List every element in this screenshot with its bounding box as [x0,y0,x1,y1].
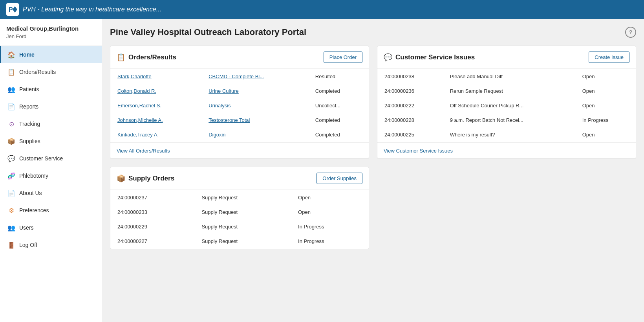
view-all-orders-link[interactable]: View All Orders/Results [117,148,170,154]
supply-desc-cell: Supply Request [195,205,291,219]
supply-id-cell: 24:00000229 [111,220,194,234]
test-cell[interactable]: Digoxin [202,128,308,142]
sidebar-item-phlebotomy[interactable]: 🧬 Phlebotomy [0,167,102,184]
status-cell: Completed [309,128,368,142]
header-title: PVH - Leading the way in healthcare exce… [23,6,161,13]
home-icon: 🏠 [7,51,15,59]
supply-status-cell: In Progress [292,234,368,248]
test-cell[interactable]: Urinalysis [202,99,308,112]
sidebar-label-preferences: Preferences [19,207,49,213]
sidebar-item-preferences[interactable]: ⚙ Preferences [0,202,102,219]
create-issue-button[interactable]: Create Issue [589,52,629,63]
supply-id-cell: 24:00000237 [111,191,194,204]
cs-card-title-row: 💬 Customer Service Issues [384,53,475,62]
sidebar-label-logoff: Log Off [19,242,37,248]
supply-id-cell: 24:00000227 [111,234,194,248]
orders-card-footer: View All Orders/Results [110,142,369,158]
table-row: Kinkade,Tracey A. Digoxin Completed [111,128,368,142]
supply-desc-cell: Supply Request [195,191,291,204]
supplies-card: 📦 Supply Orders Order Supplies 24:000002… [110,167,369,249]
app-logo: P [6,3,19,16]
sidebar-label-users: Users [19,224,34,231]
sidebar-label-orders: Orders/Results [19,69,56,75]
cs-table: 24:00000238 Please add Manual Diff Open … [377,69,636,142]
sidebar-item-about[interactable]: 📄 About Us [0,184,102,202]
help-icon[interactable]: ? [625,27,636,38]
table-row: 24:00000222 Off Schedule Courier Pickup … [378,99,635,112]
test-cell[interactable]: Urine Culture [202,84,308,98]
cards-grid: 📋 Orders/Results Place Order Stark,Charl… [110,46,636,249]
status-cell: Completed [309,113,368,127]
patient-cell[interactable]: Colton,Donald R. [111,84,201,98]
about-icon: 📄 [7,189,15,197]
orders-card-icon: 📋 [117,53,125,62]
table-row: 24:00000238 Please add Manual Diff Open [378,70,635,83]
supply-status-cell: In Progress [292,220,368,234]
sidebar-item-patients[interactable]: 👥 Patients [0,81,102,98]
customer-service-icon: 💬 [7,155,15,162]
content-header: Pine Valley Hospital Outreach Laboratory… [110,27,636,38]
patient-cell[interactable]: Emerson,Rachel S. [111,99,201,112]
table-row: 24:00000228 9 a.m. Report Batch Not Rece… [378,113,635,127]
sidebar-item-supplies[interactable]: 📦 Supplies [0,132,102,150]
status-cell: Completed [309,84,368,98]
test-cell[interactable]: CBCMD - Complete Bl... [202,70,308,83]
view-cs-issues-link[interactable]: View Customer Service Issues [384,148,453,154]
sidebar-item-orders[interactable]: 📋 Orders/Results [0,63,102,81]
patient-cell[interactable]: Kinkade,Tracey A. [111,128,201,142]
table-row: 24:00000233 Supply Request Open [111,205,368,219]
phlebotomy-icon: 🧬 [7,172,15,180]
sidebar-item-reports[interactable]: 📄 Reports [0,98,102,115]
cs-card-header: 💬 Customer Service Issues Create Issue [377,46,636,69]
sidebar-item-tracking[interactable]: ⊙ Tracking [0,115,102,132]
orders-icon: 📋 [7,68,15,76]
table-row: 24:00000227 Supply Request In Progress [111,234,368,248]
table-row: 24:00000237 Supply Request Open [111,191,368,204]
order-supplies-button[interactable]: Order Supplies [317,173,362,184]
sidebar-item-users[interactable]: 👥 Users [0,219,102,236]
place-order-button[interactable]: Place Order [324,52,362,63]
page-title: Pine Valley Hospital Outreach Laboratory… [110,27,306,37]
supplies-table: 24:00000237 Supply Request Open 24:00000… [110,190,369,249]
app-header: P PVH - Leading the way in healthcare ex… [0,0,644,19]
logoff-icon: 🚪 [7,241,15,249]
tracking-icon: ⊙ [7,120,15,128]
issue-desc-cell: Please add Manual Diff [444,70,575,83]
issue-id-cell: 24:00000225 [378,128,443,142]
sidebar-label-customer-service: Customer Service [19,155,63,162]
orders-card-header: 📋 Orders/Results Place Order [110,46,369,69]
cs-card: 💬 Customer Service Issues Create Issue 2… [377,46,636,159]
sidebar-nav: 🏠 Home 📋 Orders/Results 👥 Patients 📄 Rep… [0,46,102,254]
sidebar-label-home: Home [19,52,35,58]
patient-cell[interactable]: Stark,Charlotte [111,70,201,83]
issue-status-cell: Open [576,70,635,83]
patient-cell[interactable]: Johnson,Michelle A. [111,113,201,127]
supply-status-cell: Open [292,191,368,204]
table-row: Stark,Charlotte CBCMD - Complete Bl... R… [111,70,368,83]
sidebar-item-customer-service[interactable]: 💬 Customer Service [0,150,102,167]
issue-desc-cell: Rerun Sample Request [444,84,575,98]
sidebar-item-home[interactable]: 🏠 Home [0,46,102,63]
table-row: Colton,Donald R. Urine Culture Completed [111,84,368,98]
issue-status-cell: Open [576,99,635,112]
cs-card-icon: 💬 [384,53,392,62]
supply-desc-cell: Supply Request [195,220,291,234]
issue-desc-cell: 9 a.m. Report Batch Not Recei... [444,113,575,127]
table-row: 24:00000229 Supply Request In Progress [111,220,368,234]
sidebar-org: Medical Group,Burlington [6,25,95,32]
sidebar-label-phlebotomy: Phlebotomy [19,173,48,179]
orders-card: 📋 Orders/Results Place Order Stark,Charl… [110,46,369,159]
table-row: Johnson,Michelle A. Testosterone Total C… [111,113,368,127]
status-cell: Uncollect... [309,99,368,112]
test-cell[interactable]: Testosterone Total [202,113,308,127]
cs-card-footer: View Customer Service Issues [377,142,636,158]
issue-status-cell: Open [576,128,635,142]
sidebar-item-logoff[interactable]: 🚪 Log Off [0,236,102,254]
preferences-icon: ⚙ [7,206,15,214]
patients-icon: 👥 [7,85,15,93]
supplies-card-icon: 📦 [117,174,125,183]
sidebar-label-tracking: Tracking [19,121,40,127]
issue-status-cell: Open [576,84,635,98]
supplies-card-title: Supply Orders [128,175,174,182]
sidebar-label-about: About Us [19,190,42,196]
